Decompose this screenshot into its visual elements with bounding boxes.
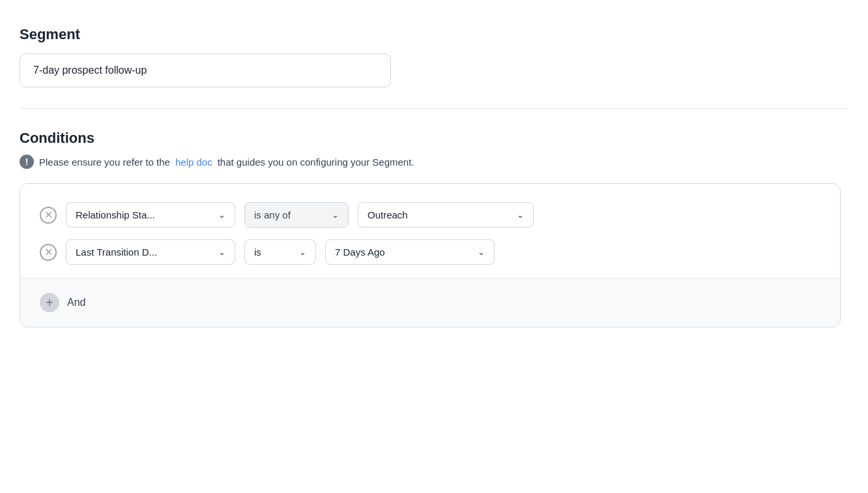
add-condition-row[interactable]: + And bbox=[20, 278, 840, 327]
operator-dropdown-1-arrow: ⌄ bbox=[332, 210, 339, 220]
info-row: ! Please ensure you refer to the help do… bbox=[20, 155, 848, 169]
add-condition-label: And bbox=[67, 297, 85, 308]
section-divider bbox=[20, 108, 848, 109]
field-dropdown-1-label: Relationship Sta... bbox=[76, 209, 155, 220]
segment-name-input[interactable] bbox=[33, 65, 377, 76]
condition-row-1: ✕ Relationship Sta... ⌄ is any of ⌄ Outr… bbox=[40, 202, 820, 228]
info-icon: ! bbox=[20, 155, 34, 169]
value-dropdown-1-label: Outreach bbox=[368, 209, 408, 220]
operator-dropdown-2-arrow: ⌄ bbox=[299, 247, 306, 257]
info-text-before: Please ensure you refer to the bbox=[39, 157, 170, 168]
field-dropdown-2[interactable]: Last Transition D... ⌄ bbox=[66, 239, 235, 265]
remove-condition-1-button[interactable]: ✕ bbox=[40, 207, 57, 224]
value-dropdown-1[interactable]: Outreach ⌄ bbox=[358, 202, 534, 228]
condition-row-2: ✕ Last Transition D... ⌄ is ⌄ 7 Days Ago… bbox=[40, 239, 820, 265]
segment-title: Segment bbox=[20, 26, 848, 43]
value-dropdown-1-arrow: ⌄ bbox=[517, 210, 524, 220]
value-dropdown-2-arrow: ⌄ bbox=[478, 247, 485, 257]
operator-dropdown-1[interactable]: is any of ⌄ bbox=[244, 202, 349, 228]
add-condition-icon: + bbox=[40, 293, 59, 312]
info-text-after: that guides you on configuring your Segm… bbox=[218, 157, 414, 168]
field-dropdown-2-label: Last Transition D... bbox=[76, 246, 157, 258]
segment-input-wrapper bbox=[20, 53, 391, 87]
conditions-box: ✕ Relationship Sta... ⌄ is any of ⌄ Outr… bbox=[20, 183, 841, 327]
help-link[interactable]: help doc bbox=[175, 157, 212, 168]
field-dropdown-2-arrow: ⌄ bbox=[218, 247, 225, 257]
conditions-section: Conditions ! Please ensure you refer to … bbox=[20, 130, 848, 327]
operator-dropdown-1-label: is any of bbox=[254, 209, 291, 220]
segment-section: Segment bbox=[20, 26, 848, 87]
field-dropdown-1[interactable]: Relationship Sta... ⌄ bbox=[66, 202, 235, 228]
value-dropdown-2[interactable]: 7 Days Ago ⌄ bbox=[325, 239, 495, 265]
operator-dropdown-2-label: is bbox=[254, 246, 261, 258]
value-dropdown-2-label: 7 Days Ago bbox=[335, 246, 385, 258]
remove-condition-2-button[interactable]: ✕ bbox=[40, 244, 57, 261]
conditions-rows: ✕ Relationship Sta... ⌄ is any of ⌄ Outr… bbox=[20, 184, 840, 278]
conditions-title: Conditions bbox=[20, 130, 848, 147]
operator-dropdown-2[interactable]: is ⌄ bbox=[244, 239, 316, 265]
field-dropdown-1-arrow: ⌄ bbox=[218, 210, 225, 220]
